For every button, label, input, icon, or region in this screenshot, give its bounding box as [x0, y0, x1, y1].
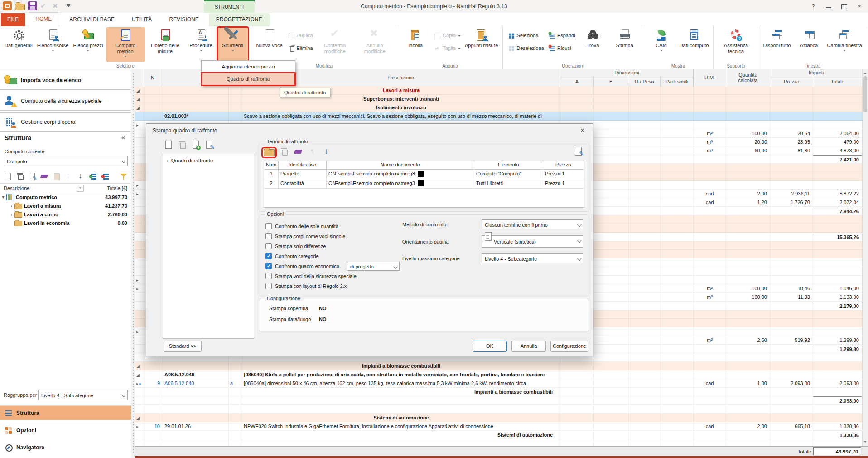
expand-tree-icon[interactable]	[89, 172, 97, 180]
cell-expander[interactable]	[135, 224, 144, 232]
grid-header-b[interactable]: B	[594, 77, 629, 86]
ribbon-button[interactable]: Libretto delle misure	[146, 27, 185, 62]
ribbon-small-button[interactable]: Copia	[432, 31, 462, 40]
delete-item-icon[interactable]	[16, 172, 24, 180]
ribbon-button[interactable]: Assistenza tecnica	[716, 27, 755, 62]
row-expander-icon[interactable]: ▸	[136, 183, 139, 188]
cell-expander[interactable]: ▸	[135, 276, 144, 284]
table-row[interactable]: ◢ Lavori a misura	[135, 86, 862, 95]
cell-expander[interactable]: ◢	[135, 103, 144, 112]
cell-expander[interactable]: ◢	[135, 370, 144, 379]
checkbox[interactable]	[265, 223, 272, 229]
checkbox[interactable]	[265, 283, 272, 289]
row-expander-icon[interactable]: ◢	[136, 97, 140, 102]
option-row[interactable]: Confronto quadro economico di progetto	[265, 261, 400, 271]
cell-expander[interactable]: ◢	[135, 362, 144, 370]
table-row[interactable]	[135, 405, 862, 414]
ribbon-tab[interactable]: FILE	[1, 13, 25, 26]
open-document-folder-icon[interactable]	[264, 149, 275, 156]
grid-header-prezzo[interactable]: Prezzo	[770, 77, 813, 86]
ribbon-button[interactable]: Appunti misure	[463, 27, 500, 62]
sidebar-item-opzioni[interactable]: Opzioni	[0, 423, 131, 437]
ribbon-button[interactable]: Stampa	[609, 27, 640, 62]
termini-table-row[interactable]: 1 Progetto C:\Esempi\Esempio completo.na…	[264, 170, 584, 179]
ribbon-tab[interactable]: PROGETTAZIONE	[209, 13, 270, 26]
new-item-icon[interactable]	[4, 172, 12, 180]
cell-expander[interactable]	[135, 172, 144, 180]
cell-expander[interactable]	[135, 155, 144, 163]
table-row[interactable]: 2.093,00	[135, 396, 862, 405]
ribbon-button[interactable]: Strumenti	[217, 27, 248, 62]
row-expander-icon[interactable]: ▸	[136, 192, 139, 196]
cell-expander[interactable]	[135, 405, 144, 413]
clear-term-icon[interactable]	[294, 147, 304, 156]
grid-header-totale[interactable]: Totale	[813, 77, 862, 86]
termini-table-row[interactable]: 2 Contabilità C:\Esempi\Esempio completo…	[264, 179, 584, 189]
scroll-down-icon[interactable]	[864, 441, 867, 444]
configurazione-button[interactable]: Configurazione	[550, 341, 588, 352]
cell-expander[interactable]	[135, 198, 144, 206]
cell-expander[interactable]	[135, 207, 144, 215]
ribbon-button[interactable]: Trova	[578, 27, 608, 62]
maximize-button[interactable]	[837, 1, 851, 12]
dialog-close-button[interactable]: ×	[577, 126, 588, 136]
sidebar-action-computo-sicurezza[interactable]: Computo della sicurezza speciale	[0, 92, 131, 111]
eraser-icon[interactable]	[40, 172, 48, 180]
checkbox[interactable]	[265, 273, 272, 279]
row-expander-icon[interactable]: ◢	[136, 364, 140, 369]
sidebar-action-importa-voce[interactable]: Importa voce da elenco	[0, 71, 131, 90]
cell-expander[interactable]	[135, 439, 144, 446]
ribbon-button[interactable]: Elenco risorse	[35, 27, 71, 62]
checkbox[interactable]	[265, 243, 272, 249]
ribbon-tab[interactable]: REVISIONE	[162, 13, 206, 26]
sidebar-action-gestione-corpi[interactable]: Gestione corpi d'opera	[0, 112, 131, 132]
annulla-button[interactable]: Annulla	[511, 341, 546, 352]
cell-expander[interactable]: ◢	[135, 86, 144, 94]
table-row[interactable]: ◢ Isolamento involucro	[135, 103, 862, 112]
cell-expander[interactable]	[135, 233, 144, 241]
cell-expander[interactable]	[135, 396, 144, 404]
edit-comparison-icon[interactable]	[204, 140, 214, 149]
tree-filter-icon[interactable]: ▼	[77, 185, 84, 192]
ribbon-button[interactable]: Computo metrico	[106, 27, 145, 62]
filter-icon[interactable]	[120, 172, 128, 180]
cell-expander[interactable]	[135, 431, 144, 439]
tree-row[interactable]: Lavori in economia 0,00	[0, 219, 131, 227]
menu-item[interactable]: Aggiorna elenco prezzi	[202, 61, 295, 73]
cell-expander[interactable]	[135, 164, 144, 172]
ribbon-button[interactable]: Nuova voce	[254, 27, 285, 62]
ribbon-small-button[interactable]: Taglia	[432, 44, 462, 53]
cell-expander[interactable]	[135, 302, 144, 310]
ok-button[interactable]: OK	[473, 341, 507, 352]
row-expander-icon[interactable]: ◢	[136, 373, 140, 377]
cell-expander[interactable]	[135, 250, 144, 258]
collapse-panel-icon[interactable]: «	[121, 133, 125, 141]
row-expander-icon[interactable]: ▸	[136, 424, 139, 429]
tree-expander-icon[interactable]: ›	[8, 203, 14, 209]
tree-expander-icon[interactable]: ›	[8, 212, 14, 217]
tree-expander-icon[interactable]: ›	[167, 158, 169, 163]
duplicate-comparison-icon[interactable]	[191, 140, 201, 149]
move-term-down-icon[interactable]	[323, 147, 333, 156]
ribbon-small-button[interactable]: Riduci	[546, 44, 577, 53]
option-row[interactable]: Confronto delle sole quantità	[265, 221, 400, 231]
checkbox[interactable]	[265, 263, 272, 269]
ribbon-button[interactable]: Annulla modifiche	[355, 27, 394, 62]
table-row[interactable]: ▸ 10 29.01.01.26 NPWF020 Switch Industri…	[135, 422, 862, 431]
ribbon-button[interactable]: Dati computo	[678, 27, 711, 62]
row-expander-icon[interactable]: ▸	[136, 330, 139, 334]
cell-expander[interactable]	[135, 293, 144, 301]
cell-expander[interactable]	[135, 345, 144, 353]
tree-row[interactable]: › Lavori a corpo 2.760,00	[0, 210, 131, 219]
cell-expander[interactable]	[135, 112, 144, 120]
ribbon-button[interactable]: Dati generali	[3, 27, 34, 62]
quadro-economico-select[interactable]: di progetto	[347, 262, 400, 271]
cell-expander[interactable]: ▸	[135, 422, 144, 430]
cell-expander[interactable]	[135, 353, 144, 361]
cell-expander[interactable]: ▸	[135, 327, 144, 336]
option-row[interactable]: Stampa corpi come voci singole	[265, 231, 400, 241]
close-button[interactable]: ×	[853, 1, 866, 12]
ribbon-tab[interactable]: ARCHIVI DI BASE	[62, 13, 121, 26]
minimize-button[interactable]	[822, 1, 835, 12]
cell-expander[interactable]	[135, 215, 144, 224]
